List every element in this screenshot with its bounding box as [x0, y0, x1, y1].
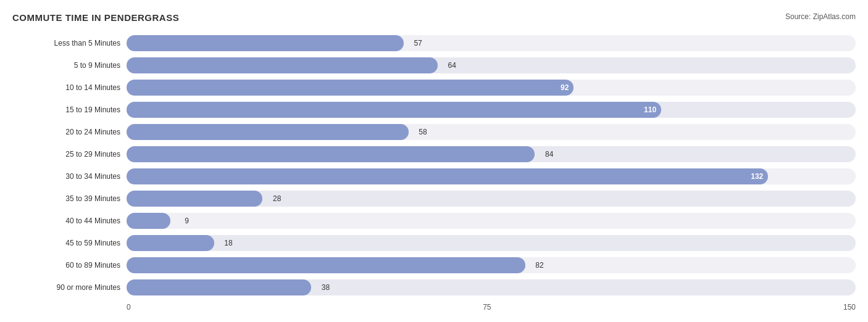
bar-row: 25 to 29 Minutes84	[12, 144, 856, 165]
bar-value: 9	[185, 217, 189, 225]
bar-value: 28	[273, 194, 281, 203]
bar-value-inside: 110	[644, 105, 656, 114]
bar-fill: 110	[127, 102, 661, 118]
bar-track: 92	[127, 80, 856, 96]
bar-label: 5 to 9 Minutes	[12, 61, 127, 70]
source-label: Source: ZipAtlas.com	[785, 12, 856, 21]
bar-label: 60 to 89 Minutes	[12, 261, 127, 270]
bar-row: 35 to 39 Minutes28	[12, 188, 856, 209]
bar-fill: 28	[127, 191, 262, 207]
chart-area: Less than 5 Minutes575 to 9 Minutes6410 …	[12, 33, 856, 298]
bar-label: 40 to 44 Minutes	[12, 217, 127, 225]
bar-value: 18	[224, 239, 232, 247]
bar-label: 20 to 24 Minutes	[12, 128, 127, 136]
bar-label: 45 to 59 Minutes	[12, 239, 127, 247]
bar-row: 5 to 9 Minutes64	[12, 55, 856, 76]
bar-label: 15 to 19 Minutes	[12, 105, 127, 114]
bar-track: 82	[127, 257, 856, 273]
bar-row: 60 to 89 Minutes82	[12, 255, 856, 276]
bar-fill: 9	[127, 213, 170, 229]
bar-track: 132	[127, 168, 856, 184]
bar-value: 82	[535, 261, 543, 270]
bar-fill: 64	[127, 57, 438, 73]
chart-header: COMMUTE TIME IN PENDERGRASS Source: ZipA…	[12, 12, 856, 23]
bar-value: 57	[414, 39, 422, 47]
bar-fill: 58	[127, 124, 409, 140]
bar-track: 58	[127, 124, 856, 140]
bar-value: 58	[419, 128, 427, 136]
bar-fill: 57	[127, 35, 404, 51]
bar-track: 110	[127, 102, 856, 118]
x-axis-label: 0	[127, 303, 131, 312]
bar-label: 35 to 39 Minutes	[12, 194, 127, 203]
bar-row: 40 to 44 Minutes9	[12, 210, 856, 231]
bar-label: Less than 5 Minutes	[12, 39, 127, 47]
bar-track: 18	[127, 235, 856, 251]
x-axis-label: 75	[483, 303, 491, 312]
bar-row: 30 to 34 Minutes132	[12, 166, 856, 187]
bar-row: 45 to 59 Minutes18	[12, 233, 856, 254]
chart-title: COMMUTE TIME IN PENDERGRASS	[12, 12, 179, 23]
bar-fill: 82	[127, 257, 525, 273]
x-axis: 075150	[12, 303, 856, 312]
bar-track: 38	[127, 279, 856, 295]
bar-fill: 38	[127, 279, 311, 295]
bar-label: 90 or more Minutes	[12, 283, 127, 292]
bar-label: 30 to 34 Minutes	[12, 172, 127, 181]
bar-row: 10 to 14 Minutes92	[12, 77, 856, 98]
bar-fill: 92	[127, 80, 574, 96]
bar-value-inside: 132	[751, 172, 763, 181]
bar-label: 10 to 14 Minutes	[12, 83, 127, 92]
bar-row: 20 to 24 Minutes58	[12, 122, 856, 142]
bar-fill: 18	[127, 235, 214, 251]
bar-row: Less than 5 Minutes57	[12, 33, 856, 54]
bar-track: 57	[127, 35, 856, 51]
bar-row: 15 to 19 Minutes110	[12, 99, 856, 120]
x-axis-label: 150	[843, 303, 856, 312]
bar-fill: 132	[127, 168, 768, 184]
bar-value: 64	[448, 61, 456, 70]
bar-track: 9	[127, 213, 856, 229]
bar-value: 84	[545, 150, 553, 159]
x-axis-labels: 075150	[127, 303, 856, 312]
bar-track: 28	[127, 191, 856, 207]
bar-fill: 84	[127, 146, 535, 162]
bar-label: 25 to 29 Minutes	[12, 150, 127, 159]
bar-value-inside: 92	[561, 83, 569, 92]
bar-value: 38	[322, 283, 330, 292]
bar-track: 84	[127, 146, 856, 162]
bar-track: 64	[127, 57, 856, 73]
bar-row: 90 or more Minutes38	[12, 277, 856, 298]
